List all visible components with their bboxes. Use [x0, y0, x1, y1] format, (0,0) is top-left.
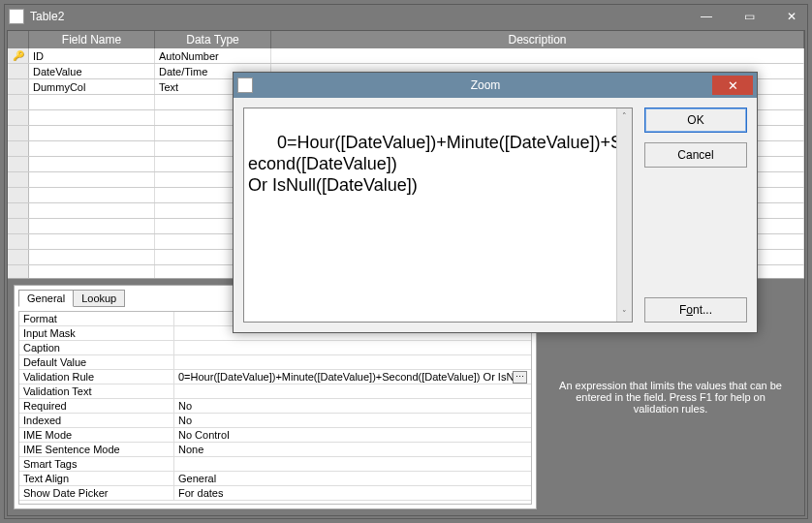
- property-value[interactable]: General: [174, 472, 531, 485]
- row-selector[interactable]: [8, 250, 29, 264]
- row-selector[interactable]: [8, 110, 29, 125]
- property-label: Validation Text: [19, 385, 174, 398]
- description-cell[interactable]: [271, 48, 804, 63]
- table-row[interactable]: 🔑IDAutoNumber: [8, 48, 804, 64]
- property-value[interactable]: No Control: [174, 428, 531, 442]
- property-label: Indexed: [19, 414, 174, 427]
- field-name-cell[interactable]: [29, 172, 155, 187]
- property-value[interactable]: [174, 355, 531, 369]
- column-header-description[interactable]: Description: [271, 31, 804, 48]
- row-selector[interactable]: [8, 141, 29, 156]
- titlebar: Table2 — ▭ ✕: [5, 5, 807, 28]
- tab-lookup[interactable]: Lookup: [73, 290, 125, 307]
- field-name-cell[interactable]: [29, 188, 155, 202]
- field-name-cell[interactable]: [29, 141, 155, 156]
- field-name-cell[interactable]: DateValue: [29, 64, 155, 78]
- field-name-cell[interactable]: [29, 110, 155, 125]
- property-row[interactable]: Show Date PickerFor dates: [19, 486, 531, 501]
- scroll-down-icon[interactable]: ˅: [617, 306, 632, 322]
- property-label: Format: [19, 312, 174, 325]
- app-icon: [9, 9, 24, 24]
- property-value[interactable]: None: [174, 443, 531, 456]
- field-name-cell[interactable]: ID: [29, 48, 155, 63]
- field-name-cell[interactable]: [29, 265, 155, 279]
- properties-tabs: General Lookup: [18, 290, 124, 307]
- font-button[interactable]: Font...: [644, 297, 747, 323]
- zoom-scrollbar[interactable]: ˄ ˅: [616, 108, 632, 322]
- builder-button[interactable]: ⋯: [513, 371, 527, 384]
- cancel-button[interactable]: Cancel: [644, 142, 747, 168]
- property-value[interactable]: 0=Hour([DateValue])+Minute([DateValue])+…: [174, 370, 531, 384]
- property-row[interactable]: Validation Rule0=Hour([DateValue])+Minut…: [19, 370, 531, 385]
- field-name-cell[interactable]: [29, 219, 155, 233]
- row-selector[interactable]: [8, 64, 29, 78]
- zoom-body: 0=Hour([DateValue])+Minute([DateValue])+…: [234, 98, 757, 332]
- field-name-cell[interactable]: [29, 95, 155, 109]
- window-title: Table2: [30, 10, 64, 23]
- property-value[interactable]: No: [174, 414, 531, 427]
- zoom-close-button[interactable]: ✕: [712, 76, 753, 95]
- zoom-titlebar: Zoom ✕: [234, 73, 757, 98]
- zoom-expression[interactable]: 0=Hour([DateValue])+Minute([DateValue])+…: [248, 133, 622, 195]
- property-row[interactable]: IME ModeNo Control: [19, 428, 531, 443]
- property-label: Default Value: [19, 355, 174, 369]
- zoom-dialog: Zoom ✕ 0=Hour([DateValue])+Minute([DateV…: [233, 72, 758, 333]
- field-name-cell[interactable]: [29, 126, 155, 140]
- property-value[interactable]: [174, 385, 531, 398]
- field-name-cell[interactable]: [29, 157, 155, 171]
- property-row[interactable]: Caption: [19, 341, 531, 355]
- property-label: Smart Tags: [19, 457, 174, 471]
- property-value[interactable]: For dates: [174, 486, 531, 500]
- property-value[interactable]: [174, 341, 531, 354]
- row-selector[interactable]: [8, 157, 29, 171]
- row-selector[interactable]: [8, 126, 29, 140]
- property-value[interactable]: No: [174, 399, 531, 413]
- row-selector[interactable]: [8, 79, 29, 94]
- property-row[interactable]: Validation Text: [19, 385, 531, 399]
- row-selector[interactable]: 🔑: [8, 48, 29, 63]
- property-label: Text Align: [19, 472, 174, 485]
- property-label: Show Date Picker: [19, 486, 174, 500]
- property-label: IME Mode: [19, 428, 174, 442]
- minimize-button[interactable]: —: [695, 8, 718, 25]
- maximize-button[interactable]: ▭: [737, 8, 761, 25]
- field-name-cell[interactable]: [29, 234, 155, 249]
- column-header-datatype[interactable]: Data Type: [155, 31, 271, 48]
- data-type-cell[interactable]: AutoNumber: [155, 48, 271, 63]
- property-label: Input Mask: [19, 326, 174, 340]
- field-name-cell[interactable]: [29, 250, 155, 264]
- row-selector[interactable]: [8, 219, 29, 233]
- property-value[interactable]: [174, 457, 531, 471]
- zoom-app-icon: [237, 77, 253, 93]
- column-header-fieldname[interactable]: Field Name: [29, 31, 155, 48]
- property-label: Required: [19, 399, 174, 413]
- property-row[interactable]: IME Sentence ModeNone: [19, 443, 531, 457]
- row-selector[interactable]: [8, 265, 29, 279]
- zoom-textarea[interactable]: 0=Hour([DateValue])+Minute([DateValue])+…: [243, 108, 633, 323]
- row-selector[interactable]: [8, 95, 29, 109]
- properties-grid[interactable]: FormatInput MaskCaptionDefault ValueVali…: [18, 311, 532, 505]
- field-grid-header: Field Name Data Type Description: [8, 31, 804, 48]
- row-selector[interactable]: [8, 203, 29, 218]
- property-row[interactable]: RequiredNo: [19, 399, 531, 414]
- property-label: Caption: [19, 341, 174, 354]
- zoom-title-text: Zoom: [259, 78, 712, 92]
- row-selector[interactable]: [8, 188, 29, 202]
- row-selector-header: [8, 31, 29, 48]
- property-row[interactable]: Text AlignGeneral: [19, 472, 531, 486]
- property-label: IME Sentence Mode: [19, 443, 174, 456]
- close-button[interactable]: ✕: [780, 8, 803, 25]
- row-selector[interactable]: [8, 234, 29, 249]
- property-row[interactable]: Smart Tags: [19, 457, 531, 472]
- row-selector[interactable]: [8, 172, 29, 187]
- scroll-up-icon[interactable]: ˄: [617, 108, 632, 124]
- field-name-cell[interactable]: DummyCol: [29, 79, 155, 94]
- property-label: Validation Rule: [19, 370, 174, 384]
- field-name-cell[interactable]: [29, 203, 155, 218]
- property-row[interactable]: IndexedNo: [19, 414, 531, 428]
- property-row[interactable]: Default Value: [19, 355, 531, 370]
- ok-button[interactable]: OK: [644, 108, 747, 133]
- zoom-button-column: OK Cancel Font...: [644, 108, 747, 323]
- tab-general[interactable]: General: [18, 290, 74, 307]
